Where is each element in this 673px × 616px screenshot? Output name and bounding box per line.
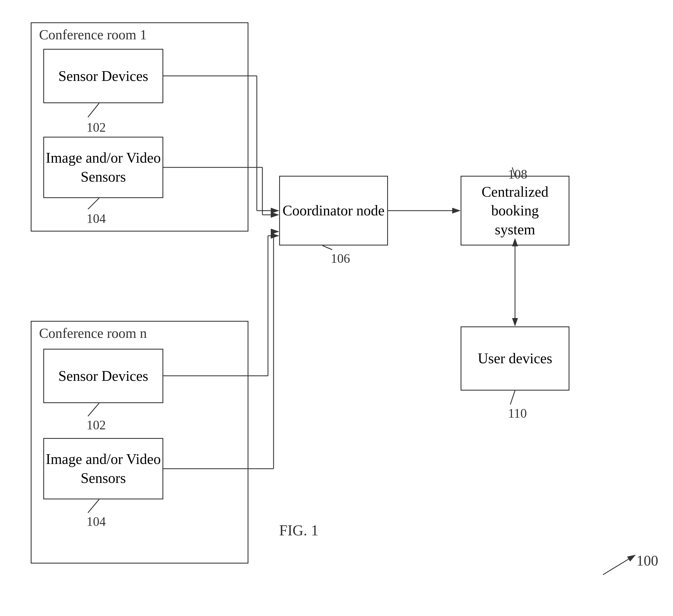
ref-110: 110	[508, 406, 527, 421]
centralized-booking-box: Centralized booking system	[461, 176, 570, 246]
ref-102-bottom: 102	[86, 418, 106, 432]
ref-100: 100	[636, 552, 658, 569]
ref-102-top: 102	[86, 120, 106, 135]
user-devices-label: User devices	[478, 349, 552, 368]
user-devices-box: User devices	[461, 326, 570, 390]
sensor-devices-1-box: Sensor Devices	[43, 49, 163, 103]
sensor-devices-2-box: Sensor Devices	[43, 349, 163, 403]
svg-line-24	[510, 390, 515, 404]
image-video-1-box: Image and/or Video Sensors	[43, 137, 163, 198]
image-video-2-box: Image and/or Video Sensors	[43, 438, 163, 500]
image-video-2-label: Image and/or Video Sensors	[46, 450, 161, 488]
image-video-1-label: Image and/or Video Sensors	[46, 148, 161, 186]
conference-room-n-label: Conference room n	[39, 325, 147, 341]
conference-room-1-label: Conference room 1	[39, 26, 147, 43]
svg-line-22	[322, 246, 332, 250]
ref-104-bottom: 104	[86, 514, 106, 529]
sensor-devices-1-label: Sensor Devices	[58, 67, 148, 86]
ref-104-top: 104	[86, 211, 106, 226]
fig-label: FIG. 1	[279, 522, 318, 539]
sensor-devices-2-label: Sensor Devices	[58, 367, 148, 385]
diagram: Conference room 1 Sensor Devices 102 Ima…	[0, 0, 673, 616]
svg-line-17	[603, 555, 635, 575]
coordinator-node-label: Coordinator node	[282, 201, 384, 220]
ref-106: 106	[331, 251, 350, 266]
ref-108: 108	[508, 167, 527, 182]
coordinator-node-box: Coordinator node	[279, 176, 388, 246]
centralized-booking-label: Centralized booking system	[461, 183, 569, 239]
